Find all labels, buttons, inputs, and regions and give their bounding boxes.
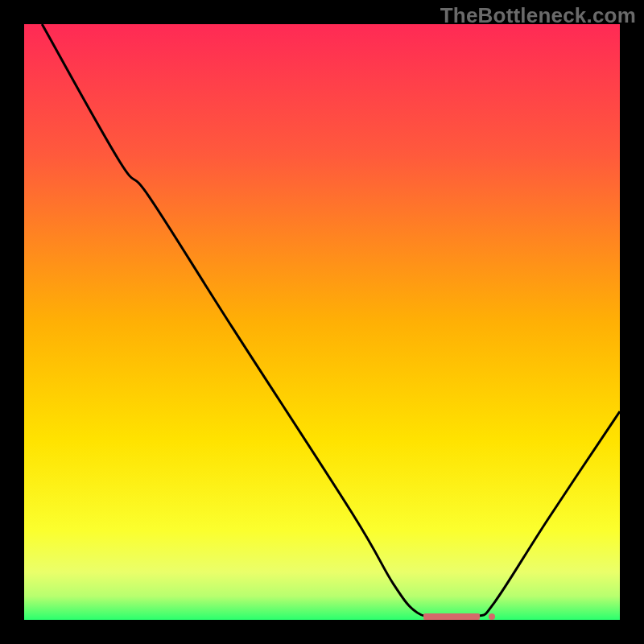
chart-container: TheBottleneck.com xyxy=(0,0,644,644)
bottleneck-chart xyxy=(0,0,644,644)
gradient-background xyxy=(24,24,620,620)
optimal-range-marker xyxy=(423,613,480,620)
watermark-text: TheBottleneck.com xyxy=(440,3,636,28)
